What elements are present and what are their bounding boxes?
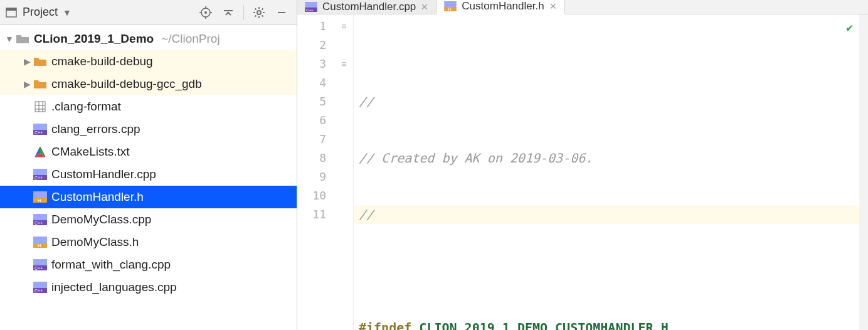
close-icon[interactable]: ✕ bbox=[421, 2, 428, 12]
tree-item-file[interactable]: H DemoMyClass.h bbox=[0, 231, 297, 253]
code-text: // bbox=[359, 94, 374, 109]
code-editor[interactable]: 123456 7891011 ⊟ ⊟ // // Created by AK o… bbox=[297, 14, 868, 330]
tree-item-folder[interactable]: ▶ cmake-build-debug bbox=[0, 50, 297, 73]
tree-item-label: cmake-build-debug-gcc_gdb bbox=[51, 77, 202, 91]
cpp-file-icon: C++ bbox=[33, 212, 48, 227]
grid-file-icon bbox=[33, 99, 48, 114]
fold-column[interactable]: ⊟ ⊟ bbox=[335, 14, 354, 330]
h-file-icon: H bbox=[444, 0, 457, 13]
tree-item-file-selected[interactable]: H CustomHandler.h bbox=[0, 186, 297, 208]
svg-text:C++: C++ bbox=[34, 221, 43, 225]
tree-item-file[interactable]: C++ DemoMyClass.cpp bbox=[0, 208, 297, 231]
svg-text:H: H bbox=[448, 7, 452, 11]
tree-item-label: DemoMyClass.h bbox=[51, 235, 139, 249]
svg-point-3 bbox=[204, 11, 207, 14]
svg-text:C++: C++ bbox=[34, 266, 43, 270]
code-text: #ifndef bbox=[359, 320, 411, 330]
collapse-all-icon[interactable] bbox=[218, 3, 238, 23]
h-file-icon: H bbox=[33, 235, 48, 250]
editor-area: C++ CustomHandler.cpp ✕ H CustomHandler.… bbox=[297, 0, 868, 330]
fold-marker-icon[interactable]: ⊟ bbox=[335, 55, 353, 73]
tab-label: CustomHandler.h bbox=[462, 0, 544, 13]
tree-item-label: CustomHandler.h bbox=[51, 190, 144, 204]
cpp-file-icon: C++ bbox=[33, 167, 48, 182]
folder-icon bbox=[15, 31, 30, 46]
tab-label: CustomHandler.cpp bbox=[322, 1, 416, 13]
cpp-file-icon: C++ bbox=[33, 122, 48, 137]
cmake-file-icon bbox=[33, 144, 48, 159]
tree-item-file[interactable]: C++ CustomHandler.cpp bbox=[0, 163, 297, 186]
project-panel: Project ▼ ▼ CLion_2019_1_Demo ~/ClionPro… bbox=[0, 0, 297, 330]
tree-item-label: DemoMyClass.cpp bbox=[51, 213, 151, 226]
gear-icon[interactable] bbox=[249, 3, 269, 23]
tree-item-file[interactable]: CMakeLists.txt bbox=[0, 141, 297, 163]
toolbar-separator bbox=[243, 5, 244, 20]
chevron-down-icon[interactable]: ▼ bbox=[4, 34, 15, 44]
tree-item-label: clang_errors.cpp bbox=[51, 122, 140, 136]
svg-line-14 bbox=[255, 8, 257, 9]
svg-line-16 bbox=[255, 15, 257, 16]
svg-text:C++: C++ bbox=[34, 130, 43, 135]
code-text: // Created by AK on 2019-03-06. bbox=[359, 151, 593, 166]
tree-item-label: CustomHandler.cpp bbox=[51, 168, 156, 181]
tree-item-label: injected_languages.cpp bbox=[51, 280, 177, 294]
svg-line-17 bbox=[262, 8, 263, 9]
tree-item-file[interactable]: .clang-format bbox=[0, 95, 297, 118]
h-file-icon: H bbox=[33, 189, 48, 205]
svg-line-15 bbox=[262, 15, 263, 16]
tree-root[interactable]: ▼ CLion_2019_1_Demo ~/ClionProj bbox=[0, 28, 297, 50]
tree-item-label: cmake-build-debug bbox=[51, 55, 153, 68]
tree-item-file[interactable]: C++ injected_languages.cpp bbox=[0, 276, 297, 299]
svg-text:H: H bbox=[38, 198, 41, 203]
locate-target-icon[interactable] bbox=[196, 3, 216, 23]
line-gutter: 123456 7891011 bbox=[297, 14, 335, 330]
svg-text:C++: C++ bbox=[34, 289, 43, 293]
tree-item-folder[interactable]: ▶ cmake-build-debug-gcc_gdb bbox=[0, 73, 297, 95]
tree-item-label: format_with_clang.cpp bbox=[51, 258, 171, 272]
tree-item-label: .clang-format bbox=[51, 100, 121, 114]
tree-root-name: CLion_2019_1_Demo bbox=[34, 32, 154, 46]
code-text: CLION_2019_1_DEMO_CUSTOMHANDLER_H bbox=[419, 320, 668, 330]
tab-customhandler-h[interactable]: H CustomHandler.h ✕ bbox=[437, 0, 564, 14]
project-view-dropdown-icon[interactable]: ▼ bbox=[63, 8, 71, 18]
svg-text:H: H bbox=[38, 243, 41, 248]
cursor-line-highlight bbox=[354, 205, 859, 224]
editor-tab-bar: C++ CustomHandler.cpp ✕ H CustomHandler.… bbox=[297, 0, 868, 14]
svg-rect-19 bbox=[35, 102, 45, 112]
hide-panel-icon[interactable] bbox=[272, 3, 292, 23]
tree-item-label: CMakeLists.txt bbox=[51, 145, 130, 159]
tab-customhandler-cpp[interactable]: C++ CustomHandler.cpp ✕ bbox=[297, 0, 437, 14]
editor-scrollbar[interactable] bbox=[859, 14, 868, 330]
tree-root-path: ~/ClionProj bbox=[161, 32, 220, 46]
chevron-right-icon[interactable]: ▶ bbox=[21, 56, 33, 67]
inspection-ok-icon[interactable]: ✔ bbox=[846, 18, 853, 37]
svg-text:C++: C++ bbox=[306, 8, 314, 12]
code-area[interactable]: // // Created by AK on 2019-03-06. // #i… bbox=[354, 14, 859, 330]
svg-text:C++: C++ bbox=[34, 176, 43, 180]
folder-icon bbox=[33, 54, 48, 69]
folder-icon bbox=[33, 77, 48, 92]
cpp-file-icon: C++ bbox=[33, 257, 48, 272]
svg-rect-1 bbox=[6, 8, 16, 11]
tree-item-file[interactable]: C++ format_with_clang.cpp bbox=[0, 253, 297, 276]
project-toolbar: Project ▼ bbox=[0, 0, 297, 25]
project-toolbar-label[interactable]: Project bbox=[23, 6, 58, 19]
cpp-file-icon: C++ bbox=[305, 1, 317, 13]
close-icon[interactable]: ✕ bbox=[549, 1, 557, 11]
project-window-icon bbox=[5, 6, 18, 19]
chevron-right-icon[interactable]: ▶ bbox=[21, 79, 33, 89]
cpp-file-icon: C++ bbox=[33, 280, 48, 295]
svg-point-9 bbox=[257, 11, 261, 14]
project-tree[interactable]: ▼ CLion_2019_1_Demo ~/ClionProj ▶ cmake-… bbox=[0, 25, 297, 330]
tree-item-file[interactable]: C++ clang_errors.cpp bbox=[0, 118, 297, 141]
fold-marker-icon[interactable]: ⊟ bbox=[335, 17, 353, 36]
code-text: // bbox=[359, 207, 374, 222]
